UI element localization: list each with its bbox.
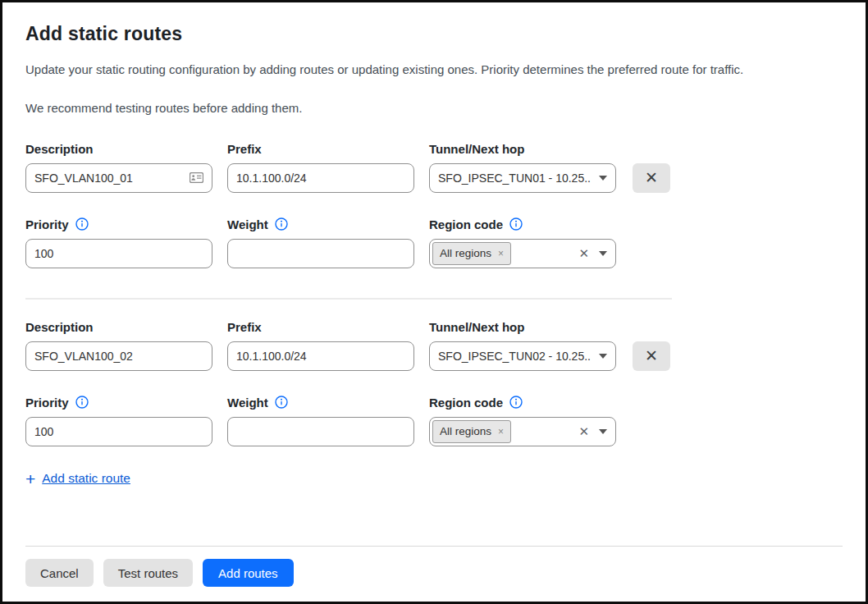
info-icon[interactable] <box>275 217 288 231</box>
priority-input[interactable] <box>34 247 203 260</box>
weight-label: Weight <box>227 217 414 231</box>
tunnel-select[interactable]: SFO_IPSEC_TUN01 - 10.25... <box>429 163 616 193</box>
region-field-group: Region code All regions × <box>429 217 616 268</box>
region-chip-label: All regions <box>440 425 491 437</box>
description-input[interactable] <box>34 350 203 363</box>
prefix-input-wrap <box>227 163 414 193</box>
info-icon[interactable] <box>509 396 523 409</box>
weight-input-wrap <box>227 239 414 268</box>
chip-close-icon[interactable]: × <box>498 427 504 437</box>
description-field-group: Description <box>25 142 212 193</box>
region-chip: All regions × <box>432 242 511 265</box>
dialog-content: Add static routes Update your static rou… <box>2 2 866 546</box>
priority-input[interactable] <box>34 425 203 438</box>
info-icon[interactable] <box>75 217 89 231</box>
tunnel-selected-value: SFO_IPSEC_TUN02 - 10.25... <box>438 350 591 363</box>
priority-input-wrap <box>25 417 212 446</box>
region-code-select[interactable]: All regions × ✕ <box>429 417 616 446</box>
close-icon: ✕ <box>645 346 658 365</box>
contact-card-icon[interactable] <box>190 172 203 183</box>
region-chip: All regions × <box>432 420 511 443</box>
add-static-route-link[interactable]: Add static route <box>42 471 130 486</box>
priority-label: Priority <box>25 396 212 410</box>
description-label: Description <box>25 320 212 334</box>
route-group-1: Description <box>25 142 843 268</box>
dialog-description: Update your static routing configuration… <box>25 62 843 78</box>
region-code-label: Region code <box>429 396 616 410</box>
tunnel-label: Tunnel/Next hop <box>429 142 616 156</box>
prefix-input-wrap <box>227 341 414 371</box>
info-icon[interactable] <box>275 396 288 409</box>
info-icon[interactable] <box>75 396 89 409</box>
tunnel-field-group: Tunnel/Next hop SFO_IPSEC_TUN01 - 10.25.… <box>429 142 616 193</box>
region-field-group: Region code All regions × <box>429 396 616 446</box>
prefix-field-group: Prefix <box>227 142 414 193</box>
description-input-wrap <box>25 163 212 193</box>
weight-input[interactable] <box>236 425 405 438</box>
chevron-down-icon[interactable] <box>599 429 607 434</box>
priority-input-wrap <box>25 239 212 268</box>
tunnel-select[interactable]: SFO_IPSEC_TUN02 - 10.25... <box>429 341 616 371</box>
prefix-field-group: Prefix <box>227 320 414 371</box>
description-input[interactable] <box>34 172 185 185</box>
chip-close-icon[interactable]: × <box>498 249 504 259</box>
test-routes-button[interactable]: Test routes <box>103 559 193 587</box>
dialog-note: We recommend testing routes before addin… <box>25 100 843 117</box>
chevron-down-icon[interactable] <box>599 251 607 256</box>
description-input-wrap <box>25 341 212 371</box>
priority-label: Priority <box>25 217 212 231</box>
footer-buttons: Cancel Test routes Add routes <box>2 547 866 602</box>
region-code-label: Region code <box>429 217 616 231</box>
cancel-button[interactable]: Cancel <box>25 559 94 587</box>
group-divider <box>25 298 672 300</box>
description-field-group: Description <box>25 320 212 371</box>
add-static-route-row: + Add static route <box>25 470 843 487</box>
clear-selection-icon[interactable]: ✕ <box>577 425 591 437</box>
priority-field-group: Priority <box>25 396 212 446</box>
tunnel-label: Tunnel/Next hop <box>429 320 616 334</box>
description-label: Description <box>25 142 212 156</box>
plus-icon: + <box>25 470 35 487</box>
remove-route-button[interactable]: ✕ <box>633 341 670 371</box>
tunnel-selected-value: SFO_IPSEC_TUN01 - 10.25... <box>438 172 591 185</box>
info-icon[interactable] <box>509 217 523 231</box>
close-icon: ✕ <box>645 168 658 187</box>
clear-selection-icon[interactable]: ✕ <box>577 247 591 259</box>
prefix-input[interactable] <box>236 350 405 363</box>
page-title: Add static routes <box>25 23 843 45</box>
prefix-label: Prefix <box>227 142 414 156</box>
add-routes-button[interactable]: Add routes <box>203 559 294 587</box>
tunnel-field-group: Tunnel/Next hop SFO_IPSEC_TUN02 - 10.25.… <box>429 320 616 371</box>
dialog-footer: Cancel Test routes Add routes <box>2 546 866 602</box>
add-static-routes-dialog: Add static routes Update your static rou… <box>0 0 868 604</box>
route-group-2: Description Prefix Tunnel/ <box>25 320 843 446</box>
remove-route-button[interactable]: ✕ <box>633 163 670 193</box>
prefix-label: Prefix <box>227 320 414 334</box>
region-chip-label: All regions <box>440 247 491 259</box>
weight-field-group: Weight <box>227 396 414 446</box>
priority-field-group: Priority <box>25 217 212 268</box>
weight-input-wrap <box>227 417 414 446</box>
prefix-input[interactable] <box>236 172 405 185</box>
weight-label: Weight <box>227 396 414 410</box>
weight-field-group: Weight <box>227 217 414 268</box>
region-code-select[interactable]: All regions × ✕ <box>429 239 616 268</box>
weight-input[interactable] <box>236 247 405 260</box>
chevron-down-icon[interactable] <box>599 176 607 181</box>
chevron-down-icon[interactable] <box>599 354 607 359</box>
